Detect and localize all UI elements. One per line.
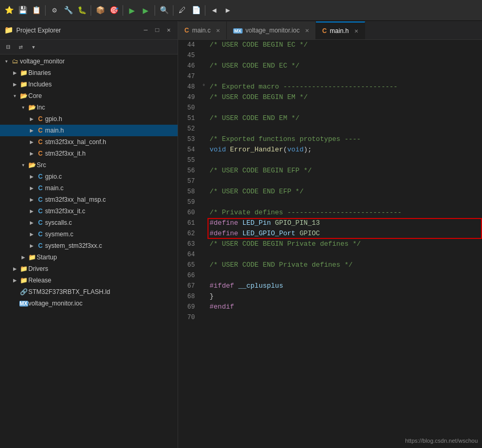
line-number-57: 57 bbox=[178, 176, 200, 187]
toolbar-icon-run[interactable]: ▶ bbox=[126, 5, 138, 16]
tree-item-main_c[interactable]: ▶Cmain.c bbox=[0, 182, 178, 194]
line-content-49: /* USER CODE BEGIN EM */ bbox=[207, 92, 482, 103]
line-number-48: 48 bbox=[178, 82, 200, 92]
tree-label-stm32f3xx_hal_conf_h: stm32f3xx_hal_conf.h bbox=[45, 138, 173, 146]
tree-item-stm32f3xx_hal_msp_c[interactable]: ▶Cstm32f3xx_hal_msp.c bbox=[0, 194, 178, 205]
toolbar-sep-2 bbox=[91, 5, 91, 16]
tree-label-syscalls_c: syscalls.c bbox=[45, 219, 173, 226]
dropdown-button[interactable]: ▾ bbox=[28, 42, 39, 52]
tab-close-main_h[interactable]: ✕ bbox=[354, 28, 358, 34]
panel-minimize-button[interactable]: — bbox=[141, 26, 150, 35]
toolbar-icon-forward[interactable]: ▶ bbox=[222, 5, 234, 16]
tree-item-syscalls_c[interactable]: ▶Csyscalls.c bbox=[0, 217, 178, 228]
tree-label-core: Core bbox=[28, 92, 173, 100]
tree-item-gpio_c[interactable]: ▶Cgpio.c bbox=[0, 171, 178, 182]
code-editor[interactable]: 44/* USER CODE BEGIN EC */4546/* USER CO… bbox=[178, 40, 482, 448]
toolbar-icon-doc[interactable]: 📄 bbox=[190, 5, 202, 16]
tree-icon-core: 📂 bbox=[19, 92, 28, 100]
tree-label-main_h: main.h bbox=[45, 127, 173, 134]
tree-item-gpio_h[interactable]: ▶Cgpio.h bbox=[0, 113, 178, 125]
code-line-62: 62#define LED_GPIO_Port GPIOC bbox=[178, 228, 482, 239]
code-line-67: 67#ifdef __cplusplus bbox=[178, 281, 482, 291]
toolbar-icon-star[interactable]: ⭐ bbox=[3, 5, 15, 16]
code-line-61: 61#define LED_Pin GPIO_PIN_13 bbox=[178, 218, 482, 228]
toolbar-icon-save[interactable]: 💾 bbox=[17, 5, 28, 16]
tree-item-ioc[interactable]: MXvoltage_monitor.ioc bbox=[0, 298, 178, 309]
tree-arrow-gpio_h: ▶ bbox=[27, 116, 36, 122]
tree-item-stm32f3xx_hal_conf_h[interactable]: ▶Cstm32f3xx_hal_conf.h bbox=[0, 136, 178, 148]
toolbar-icon-search[interactable]: 🔍 bbox=[158, 5, 170, 16]
line-dot-44 bbox=[200, 40, 207, 50]
tree-item-stm32f3xx_it_h[interactable]: ▶Cstm32f3xx_it.h bbox=[0, 148, 178, 159]
code-line-59: 59 bbox=[178, 197, 482, 207]
main-area: 📁 Project Explorer — □ ✕ ⊟ ⇄ ▾ ▾🗂voltage… bbox=[0, 21, 482, 448]
line-number-44: 44 bbox=[178, 40, 200, 50]
line-dot-69 bbox=[200, 302, 207, 312]
tree-icon-includes: 📁 bbox=[19, 81, 28, 88]
tab-close-ioc[interactable]: ✕ bbox=[305, 28, 309, 34]
sync-button[interactable]: ⇄ bbox=[16, 42, 26, 52]
toolbar-icon-package[interactable]: 📦 bbox=[94, 5, 106, 16]
tree-item-flash[interactable]: 🔗STM32F373RBTX_FLASH.ld bbox=[0, 286, 178, 298]
line-number-46: 46 bbox=[178, 61, 200, 71]
tree-item-root[interactable]: ▾🗂voltage_monitor bbox=[0, 56, 178, 67]
line-content-69: #endif bbox=[207, 302, 482, 312]
tree-item-stm32f3xx_it_c[interactable]: ▶Cstm32f3xx_it.c bbox=[0, 205, 178, 217]
tree-label-stm32f3xx_it_c: stm32f3xx_it.c bbox=[45, 207, 173, 215]
line-content-70 bbox=[207, 312, 482, 323]
panel-close-button[interactable]: ✕ bbox=[164, 26, 173, 35]
collapse-all-button[interactable]: ⊟ bbox=[3, 42, 14, 52]
toolbar-icon-bug[interactable]: 🐛 bbox=[76, 5, 87, 16]
line-content-60: /* Private defines ---------------------… bbox=[207, 207, 482, 218]
line-content-56: /* USER CODE BEGIN EFP */ bbox=[207, 166, 482, 176]
tree-icon-main_c: C bbox=[36, 184, 45, 192]
line-dot-67 bbox=[200, 281, 207, 291]
toolbar-icon-run2[interactable]: ▶ bbox=[140, 5, 151, 16]
toolbar-icon-pencil[interactable]: 🖊 bbox=[177, 5, 188, 16]
line-content-67: #ifdef __cplusplus bbox=[207, 281, 482, 291]
tree-arrow-stm32f3xx_it_h: ▶ bbox=[27, 151, 36, 156]
tree-arrow-gpio_c: ▶ bbox=[27, 174, 36, 179]
tree-item-startup[interactable]: ▶📁Startup bbox=[0, 252, 178, 263]
tree-item-core[interactable]: ▾📂Core bbox=[0, 90, 178, 102]
tree-item-drivers[interactable]: ▶📁Drivers bbox=[0, 263, 178, 275]
line-number-51: 51 bbox=[178, 113, 200, 124]
line-content-66 bbox=[207, 270, 482, 281]
panel-header: 📁 Project Explorer — □ ✕ bbox=[0, 21, 178, 40]
line-dot-47 bbox=[200, 71, 207, 82]
toolbar-icon-target[interactable]: 🎯 bbox=[108, 5, 119, 16]
tab-ioc[interactable]: MXvoltage_monitor.ioc✕ bbox=[227, 21, 316, 39]
tree-icon-main_h: C bbox=[36, 127, 45, 134]
toolbar-icon-copy[interactable]: 📋 bbox=[30, 5, 42, 16]
panel-header-title: Project Explorer bbox=[16, 27, 138, 34]
tree-label-stm32f3xx_it_h: stm32f3xx_it.h bbox=[45, 150, 173, 157]
panel-maximize-button[interactable]: □ bbox=[152, 26, 162, 35]
tree-arrow-stm32f3xx_hal_msp_c: ▶ bbox=[27, 197, 36, 202]
tree-item-release[interactable]: ▶📁Release bbox=[0, 275, 178, 286]
tree-item-includes[interactable]: ▶📁Includes bbox=[0, 79, 178, 90]
code-line-46: 46/* USER CODE END EC */ bbox=[178, 61, 482, 71]
tree-item-inc[interactable]: ▾📂Inc bbox=[0, 102, 178, 113]
code-line-51: 51/* USER CODE END EM */ bbox=[178, 113, 482, 124]
tree-item-system_stm32f3xx_c[interactable]: ▶Csystem_stm32f3xx.c bbox=[0, 240, 178, 252]
line-dot-64 bbox=[200, 249, 207, 260]
tree-label-root: voltage_monitor bbox=[20, 58, 173, 65]
tree-item-main_h[interactable]: ▶Cmain.h bbox=[0, 125, 178, 136]
tab-main_c[interactable]: Cmain.c✕ bbox=[178, 21, 227, 39]
toolbar-icon-wrench[interactable]: 🔧 bbox=[62, 5, 74, 16]
tree-icon-gpio_h: C bbox=[36, 115, 45, 123]
line-number-61: 61 bbox=[178, 218, 200, 228]
tab-close-main_c[interactable]: ✕ bbox=[216, 28, 220, 34]
tree-label-startup: Startup bbox=[37, 254, 173, 261]
toolbar-icon-back[interactable]: ◀ bbox=[209, 5, 220, 16]
tree-item-binaries[interactable]: ▶📁Binaries bbox=[0, 67, 178, 79]
tree-item-sysmem_c[interactable]: ▶Csysmem.c bbox=[0, 228, 178, 240]
line-dot-54 bbox=[200, 145, 207, 155]
tree-arrow-inc: ▾ bbox=[19, 105, 27, 110]
code-line-56: 56/* USER CODE BEGIN EFP */ bbox=[178, 166, 482, 176]
tree-item-src[interactable]: ▾📂Src bbox=[0, 159, 178, 171]
tree-arrow-stm32f3xx_it_c: ▶ bbox=[27, 209, 36, 214]
watermark: https://blog.csdn.net/wschou bbox=[405, 438, 478, 444]
tab-main_h[interactable]: Cmain.h✕ bbox=[316, 21, 365, 39]
toolbar-icon-settings[interactable]: ⚙ bbox=[49, 5, 60, 16]
